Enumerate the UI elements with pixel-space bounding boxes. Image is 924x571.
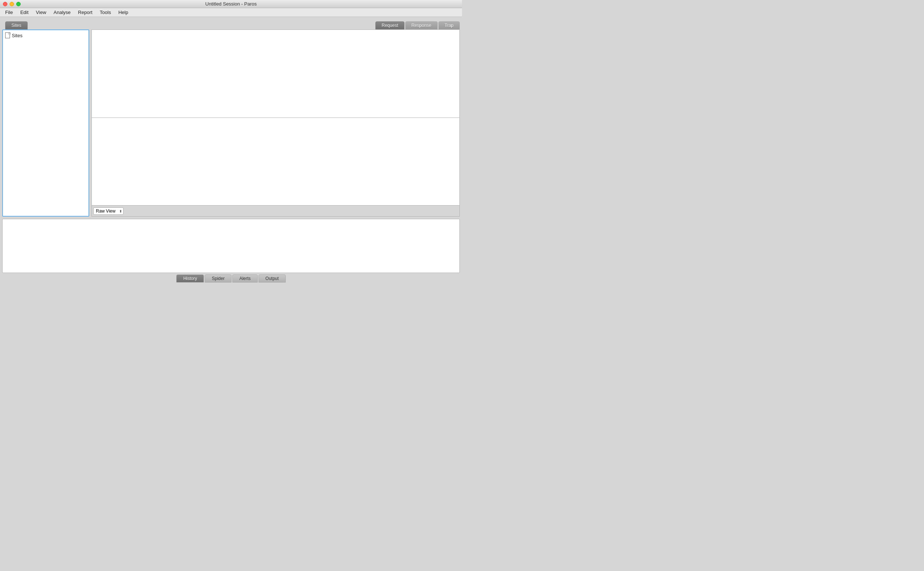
right-panel: Request Response Trap Raw View: [91, 19, 460, 217]
close-button[interactable]: [3, 2, 8, 6]
tab-response[interactable]: Response: [405, 22, 438, 29]
tab-history[interactable]: History: [176, 275, 204, 282]
minimize-button[interactable]: [9, 2, 14, 6]
response-text-area[interactable]: [91, 118, 460, 206]
title-bar: Untitled Session - Paros: [0, 0, 462, 8]
window-title: Untitled Session - Paros: [205, 1, 257, 7]
sites-label: Sites: [12, 33, 23, 38]
maximize-button[interactable]: [16, 2, 21, 6]
tab-sites[interactable]: Sites: [5, 22, 28, 29]
menu-tools[interactable]: Tools: [97, 9, 114, 16]
sites-tree[interactable]: Sites: [2, 29, 89, 217]
file-icon: [5, 32, 10, 38]
sites-tree-item: Sites: [5, 32, 86, 38]
menu-edit[interactable]: Edit: [17, 9, 31, 16]
tab-request[interactable]: Request: [375, 22, 404, 29]
tab-output[interactable]: Output: [258, 275, 286, 282]
bottom-section: History Spider Alerts Output: [2, 219, 460, 283]
bottom-content-area[interactable]: [2, 219, 460, 273]
tab-trap[interactable]: Trap: [438, 22, 460, 29]
tab-spider[interactable]: Spider: [204, 275, 232, 282]
raw-view-bar: Raw View: [91, 205, 460, 217]
request-text-area[interactable]: [91, 29, 460, 118]
raw-view-select-wrapper: Raw View: [93, 207, 124, 215]
menu-view[interactable]: View: [33, 9, 49, 16]
main-content: Sites Sites Request Response Trap: [0, 17, 462, 286]
top-section: Sites Sites Request Response Trap: [2, 19, 460, 217]
window-controls: [3, 2, 21, 6]
raw-view-select[interactable]: Raw View: [93, 207, 124, 215]
right-panels-content: Raw View: [91, 29, 460, 217]
left-tab-header: Sites: [2, 19, 89, 29]
menu-analyse[interactable]: Analyse: [51, 9, 73, 16]
menu-help[interactable]: Help: [115, 9, 131, 16]
tab-alerts[interactable]: Alerts: [232, 275, 258, 282]
menu-file[interactable]: File: [2, 9, 16, 16]
menu-bar: File Edit View Analyse Report Tools Help: [0, 8, 462, 17]
bottom-tab-bar: History Spider Alerts Output: [2, 273, 460, 283]
left-panel: Sites Sites: [2, 19, 89, 217]
menu-report[interactable]: Report: [75, 9, 96, 16]
right-tab-header: Request Response Trap: [91, 19, 460, 29]
